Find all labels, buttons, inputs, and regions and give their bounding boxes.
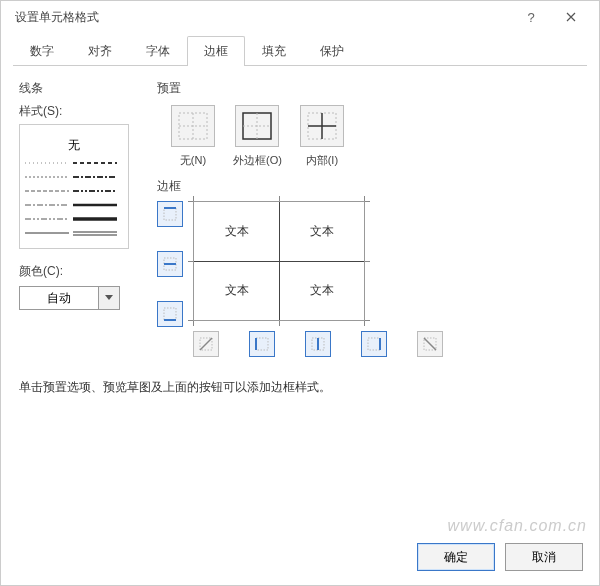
- border-preview[interactable]: 文本 文本 文本 文本: [193, 201, 365, 321]
- border-middle-h-icon: [162, 256, 178, 272]
- border-middle-h-button[interactable]: [157, 251, 183, 277]
- line-style-none[interactable]: 无: [24, 131, 124, 160]
- border-top-icon: [162, 206, 178, 222]
- line-style-option[interactable]: [73, 231, 119, 243]
- preset-none-label: 无(N): [180, 153, 206, 168]
- border-top-button[interactable]: [157, 201, 183, 227]
- line-style-option[interactable]: [73, 203, 119, 215]
- tab-alignment[interactable]: 对齐: [71, 36, 129, 66]
- border-left-button[interactable]: [249, 331, 275, 357]
- style-label: 样式(S):: [19, 103, 131, 120]
- border-diag-up-button[interactable]: [193, 331, 219, 357]
- line-style-option[interactable]: [73, 189, 119, 201]
- preset-inside-label: 内部(I): [306, 153, 338, 168]
- hint-text: 单击预置选项、预览草图及上面的按钮可以添加边框样式。: [19, 379, 581, 396]
- border-bottom-icon: [162, 306, 178, 322]
- svg-line-29: [200, 338, 212, 350]
- close-icon: [566, 12, 576, 22]
- line-style-option[interactable]: [25, 231, 71, 243]
- tab-fill[interactable]: 填充: [245, 36, 303, 66]
- diag-down-icon: [422, 336, 438, 352]
- chevron-down-icon: [105, 295, 113, 301]
- svg-rect-26: [164, 308, 176, 320]
- svg-rect-30: [256, 338, 268, 350]
- tab-number[interactable]: 数字: [13, 36, 71, 66]
- titlebar: 设置单元格格式 ?: [1, 1, 599, 33]
- preset-outline-label: 外边框(O): [233, 153, 282, 168]
- svg-line-37: [424, 338, 436, 350]
- tab-protection[interactable]: 保护: [303, 36, 361, 66]
- line-style-option[interactable]: [25, 189, 71, 201]
- border-right-icon: [366, 336, 382, 352]
- diag-up-icon: [198, 336, 214, 352]
- border-left-icon: [254, 336, 270, 352]
- preset-inside[interactable]: 内部(I): [300, 105, 344, 168]
- tab-font[interactable]: 字体: [129, 36, 187, 66]
- preview-cell: 文本: [279, 261, 364, 320]
- preset-none-icon: [178, 112, 208, 140]
- border-diag-down-button[interactable]: [417, 331, 443, 357]
- color-label: 颜色(C):: [19, 263, 131, 280]
- line-style-list[interactable]: 无: [19, 124, 129, 249]
- color-value: 自动: [19, 286, 99, 310]
- border-right-button[interactable]: [361, 331, 387, 357]
- preset-none[interactable]: 无(N): [171, 105, 215, 168]
- close-button[interactable]: [551, 3, 591, 31]
- border-middle-v-icon: [310, 336, 326, 352]
- right-section: 预置 无(N) 外边框(O) 内部(I): [157, 80, 581, 357]
- line-style-option[interactable]: [25, 203, 71, 215]
- line-style-option[interactable]: [25, 217, 71, 229]
- help-button[interactable]: ?: [511, 3, 551, 31]
- presets-group-label: 预置: [157, 80, 581, 97]
- border-group-label: 边框: [157, 178, 581, 195]
- preset-outline-icon: [242, 112, 272, 140]
- cancel-button[interactable]: 取消: [505, 543, 583, 571]
- presets-row: 无(N) 外边框(O) 内部(I): [171, 105, 581, 168]
- line-style-option[interactable]: [73, 217, 119, 229]
- preview-cell: 文本: [194, 202, 279, 261]
- color-dropdown-button[interactable]: [99, 286, 120, 310]
- color-select[interactable]: 自动: [19, 286, 131, 310]
- line-style-option[interactable]: [25, 175, 71, 187]
- preset-outline[interactable]: 外边框(O): [233, 105, 282, 168]
- border-grid-wrap: 文本 文本 文本 文本: [193, 201, 581, 357]
- border-bottom-button[interactable]: [157, 301, 183, 327]
- line-style-option[interactable]: [73, 161, 119, 173]
- border-middle-v-button[interactable]: [305, 331, 331, 357]
- tab-strip: 数字 对齐 字体 边框 填充 保护: [13, 33, 587, 66]
- line-group-label: 线条: [19, 80, 131, 97]
- line-style-option[interactable]: [73, 175, 119, 187]
- border-area: 边框: [157, 178, 581, 357]
- svg-rect-34: [368, 338, 380, 350]
- ok-button[interactable]: 确定: [417, 543, 495, 571]
- watermark: www.cfan.com.cn: [448, 517, 587, 535]
- line-style-option[interactable]: [25, 161, 71, 173]
- window-title: 设置单元格格式: [9, 9, 511, 26]
- tab-border[interactable]: 边框: [187, 36, 245, 66]
- preview-cell: 文本: [279, 202, 364, 261]
- preset-inside-icon: [307, 112, 337, 140]
- format-cells-dialog: { "window": { "title": "设置单元格格式" }, "tab…: [0, 0, 600, 586]
- svg-rect-22: [164, 208, 176, 220]
- line-section: 线条 样式(S): 无: [19, 80, 131, 357]
- dialog-body: 线条 样式(S): 无: [1, 66, 599, 396]
- footer: 确定 取消: [417, 543, 583, 571]
- preview-cell: 文本: [194, 261, 279, 320]
